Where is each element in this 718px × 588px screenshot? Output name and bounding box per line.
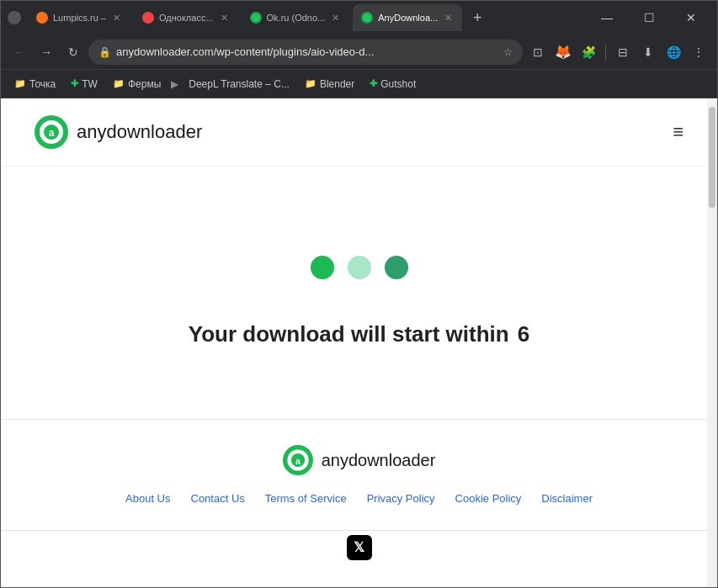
forward-button[interactable]: → bbox=[35, 40, 58, 64]
footer-link-contact[interactable]: Contact Us bbox=[191, 492, 245, 505]
back-button[interactable]: ← bbox=[8, 40, 31, 64]
tab-favicon-okru bbox=[250, 12, 262, 24]
tab-search-icon[interactable]: ⊟ bbox=[611, 40, 635, 64]
footer-link-disclaimer[interactable]: Disclaimer bbox=[541, 492, 593, 505]
tab-close-ok[interactable]: ✕ bbox=[219, 11, 230, 25]
bookmark-blender-label: Blender bbox=[320, 78, 354, 90]
site-footer: a anydownloader About Us Contact Us Term… bbox=[1, 419, 717, 530]
tab-label-okru: Ok.ru (Odno... bbox=[267, 13, 326, 23]
cast-icon[interactable]: ⊡ bbox=[526, 40, 550, 64]
footer-logo: a anydownloader bbox=[283, 445, 436, 475]
footer-logo-icon: a bbox=[283, 445, 313, 475]
tab-lumpics[interactable]: Lumpics.ru – ✕ bbox=[28, 4, 130, 31]
address-bar: ← → ↻ 🔒 anydownloader.com/wp-content/plu… bbox=[1, 34, 717, 70]
footer-links: About Us Contact Us Terms of Service Pri… bbox=[125, 492, 593, 505]
tab-close-lumpics[interactable]: ✕ bbox=[111, 11, 122, 25]
title-bar: Lumpics.ru – ✕ Однокласс... ✕ Ok.ru (Odn… bbox=[1, 1, 717, 34]
site-logo-text: anydownloader bbox=[77, 121, 202, 143]
menu-button[interactable]: ⋮ bbox=[687, 40, 710, 64]
footer-link-privacy[interactable]: Privacy Policy bbox=[367, 492, 435, 505]
footer-logo-text: anydownloader bbox=[322, 451, 436, 470]
tampermonkey-icon[interactable]: 🦊 bbox=[551, 40, 575, 64]
bookmark-fermy-label: Фермы bbox=[128, 78, 161, 90]
dot-2 bbox=[348, 256, 371, 279]
bookmark-deepl-label: DeepL Translate – С... bbox=[189, 78, 290, 90]
download-icon[interactable]: ⬇ bbox=[636, 40, 660, 64]
main-area: Your download will start within 6 bbox=[1, 167, 717, 419]
loading-dots bbox=[311, 256, 408, 279]
profile-avatar[interactable]: 🌐 bbox=[662, 40, 685, 64]
bookmark-tochka[interactable]: 📁 Точка bbox=[8, 75, 62, 93]
bookmarks-separator: ▶ bbox=[171, 78, 178, 90]
window-controls: — ☐ ✕ bbox=[588, 5, 710, 30]
scrollbar-thumb[interactable] bbox=[709, 107, 715, 208]
bookmark-fermy[interactable]: 📁 Фермы bbox=[106, 75, 168, 93]
close-button[interactable]: ✕ bbox=[672, 5, 710, 30]
hamburger-menu[interactable]: ≡ bbox=[673, 123, 683, 141]
bookmark-blender[interactable]: 📁 Blender bbox=[298, 75, 361, 93]
profile-icon[interactable] bbox=[8, 11, 21, 24]
browser-frame: Lumpics.ru – ✕ Однокласс... ✕ Ok.ru (Odn… bbox=[0, 0, 718, 588]
bottom-bar: 𝕏 bbox=[1, 530, 717, 564]
lock-icon: 🔒 bbox=[98, 46, 111, 58]
bookmark-gutshot-icon: ✚ bbox=[370, 78, 377, 89]
tab-close-okru[interactable]: ✕ bbox=[330, 11, 341, 25]
footer-link-terms[interactable]: Terms of Service bbox=[265, 492, 347, 505]
tab-favicon-any bbox=[361, 12, 373, 24]
bookmark-blender-icon: 📁 bbox=[305, 78, 316, 89]
tab-odnoklassniki[interactable]: Однокласс... ✕ bbox=[134, 4, 238, 31]
bookmark-deepl[interactable]: DeepL Translate – С... bbox=[182, 75, 296, 93]
logo-area: a anydownloader bbox=[35, 115, 202, 149]
page-content: a anydownloader ≡ Your download will sta… bbox=[1, 98, 717, 587]
tab-close-any[interactable]: ✕ bbox=[443, 11, 454, 25]
tab-label-any: AnyDownloa... bbox=[378, 13, 438, 23]
minimize-button[interactable]: — bbox=[588, 5, 626, 30]
tab-anydownloader[interactable]: AnyDownloa... ✕ bbox=[353, 4, 462, 31]
toolbar-icons: ⊡ 🦊 🧩 ⊟ ⬇ 🌐 ⋮ bbox=[526, 40, 710, 64]
bookmarks-bar: 📁 Точка ✚ TW 📁 Фермы ▶ DeepL Translate –… bbox=[1, 70, 717, 98]
site-header: a anydownloader ≡ bbox=[1, 98, 717, 167]
logo-icon: a bbox=[35, 115, 68, 149]
footer-link-cookie[interactable]: Cookie Policy bbox=[455, 492, 522, 505]
bookmark-tw-icon: ✚ bbox=[71, 78, 78, 89]
svg-text:a: a bbox=[295, 456, 301, 466]
url-text: anydownloader.com/wp-content/plugins/aio… bbox=[116, 45, 498, 58]
tab-okru[interactable]: Ok.ru (Odno... ✕ bbox=[242, 4, 350, 31]
bookmark-star-icon[interactable]: ☆ bbox=[503, 46, 513, 58]
bookmark-gutshot-label: Gutshot bbox=[380, 78, 416, 90]
svg-text:a: a bbox=[49, 127, 55, 139]
url-bar[interactable]: 🔒 anydownloader.com/wp-content/plugins/a… bbox=[88, 40, 523, 65]
bookmark-gutshot[interactable]: ✚ Gutshot bbox=[363, 75, 423, 93]
countdown-number: 6 bbox=[518, 321, 529, 347]
dot-3 bbox=[385, 256, 408, 279]
download-text-before: Your download will start within bbox=[189, 321, 509, 347]
bookmark-tw-label: TW bbox=[82, 78, 98, 90]
tab-favicon-lumpics bbox=[36, 12, 48, 24]
tab-favicon-ok bbox=[142, 12, 154, 24]
tab-label-lumpics: Lumpics.ru – bbox=[53, 13, 106, 23]
download-countdown: Your download will start within 6 bbox=[189, 321, 529, 347]
footer-link-about[interactable]: About Us bbox=[125, 492, 170, 505]
bookmark-tw[interactable]: ✚ TW bbox=[64, 75, 104, 93]
x-social-icon[interactable]: 𝕏 bbox=[347, 535, 372, 560]
bookmark-fermy-icon: 📁 bbox=[113, 78, 125, 89]
toolbar-divider bbox=[605, 44, 606, 61]
new-tab-button[interactable]: + bbox=[465, 6, 489, 29]
bookmark-tochka-label: Точка bbox=[29, 78, 56, 90]
dot-1 bbox=[311, 256, 334, 279]
extensions-icon[interactable]: 🧩 bbox=[577, 40, 600, 64]
bookmark-folder-icon: 📁 bbox=[14, 78, 26, 89]
maximize-button[interactable]: ☐ bbox=[630, 5, 668, 30]
tab-label-ok: Однокласс... bbox=[159, 13, 214, 23]
reload-button[interactable]: ↻ bbox=[61, 40, 85, 64]
scrollbar[interactable] bbox=[707, 98, 717, 587]
